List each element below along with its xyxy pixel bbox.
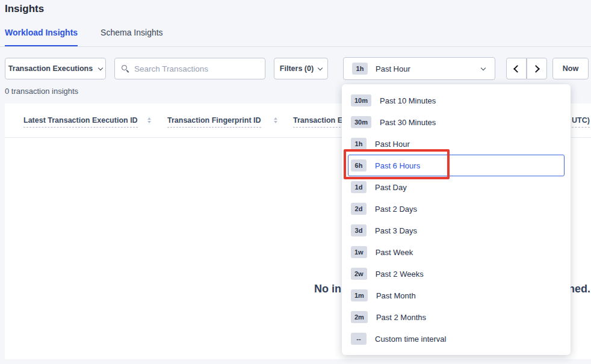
- column-header-latest-transaction-execution-id[interactable]: Latest Transaction Execution ID: [23, 116, 138, 128]
- chevron-right-icon: [532, 65, 540, 73]
- time-badge: 2w: [351, 268, 367, 280]
- time-option-past-2-weeks[interactable]: 2w Past 2 Weeks: [348, 263, 565, 285]
- chevron-left-icon: [513, 65, 521, 73]
- chevron-down-icon: [481, 65, 486, 70]
- insights-count: 0 transaction insights: [5, 87, 78, 96]
- empty-state-text-right: ned.: [568, 283, 590, 295]
- tab-workload-insights[interactable]: Workload Insights: [5, 28, 78, 46]
- search-box[interactable]: [114, 58, 265, 79]
- time-option-past-2-months[interactable]: 2m Past 2 Months: [348, 306, 565, 328]
- time-badge: 1d: [351, 181, 367, 193]
- time-option-past-2-days[interactable]: 2d Past 2 Days: [348, 198, 565, 220]
- chevron-down-icon: [98, 65, 103, 70]
- empty-state-text-left: No in: [314, 283, 341, 295]
- tab-divider: [0, 46, 591, 47]
- time-badge: 6h: [351, 159, 367, 171]
- page-title: Insights: [5, 3, 44, 15]
- time-option-past-10-minutes[interactable]: 10m Past 10 Minutes: [348, 90, 565, 111]
- now-button[interactable]: Now: [552, 58, 589, 79]
- time-badge: 1m: [351, 289, 368, 301]
- time-picker-label: Past Hour: [376, 64, 410, 73]
- time-badge: --: [351, 333, 367, 345]
- time-badge: 30m: [351, 116, 371, 128]
- column-header-transaction-execution[interactable]: Transaction Ex: [293, 116, 347, 128]
- time-interval-picker[interactable]: 1h Past Hour: [343, 57, 495, 80]
- sort-icon[interactable]: [147, 117, 151, 123]
- insights-page: Insights Workload Insights Schema Insigh…: [0, 0, 591, 364]
- next-interval-button[interactable]: [527, 58, 547, 79]
- time-badge: 10m: [351, 94, 371, 106]
- execution-type-dropdown[interactable]: Transaction Executions: [5, 58, 106, 79]
- time-option-past-month[interactable]: 1m Past Month: [348, 285, 565, 306]
- time-option-past-hour[interactable]: 1h Past Hour: [348, 133, 565, 155]
- sort-icon[interactable]: [274, 117, 277, 123]
- column-header-transaction-fingerprint-id[interactable]: Transaction Fingerprint ID: [167, 116, 261, 128]
- search-icon: [121, 64, 129, 73]
- tab-schema-insights[interactable]: Schema Insights: [101, 28, 163, 46]
- filters-label: Filters (0): [280, 64, 314, 73]
- time-interval-dropdown-menu: 10m Past 10 Minutes 30m Past 30 Minutes …: [342, 84, 571, 355]
- filters-dropdown[interactable]: Filters (0): [274, 58, 328, 79]
- column-header-utc: UTC): [572, 116, 590, 128]
- search-input[interactable]: [134, 64, 259, 73]
- execution-type-label: Transaction Executions: [8, 64, 93, 73]
- time-badge: 1w: [351, 246, 367, 258]
- tab-bar: Workload Insights Schema Insights: [5, 28, 163, 46]
- time-picker-badge: 1h: [352, 63, 368, 75]
- time-option-past-week[interactable]: 1w Past Week: [348, 241, 565, 263]
- time-option-past-6-hours[interactable]: 6h Past 6 Hours: [348, 155, 565, 176]
- time-badge: 1h: [351, 138, 367, 150]
- time-option-past-day[interactable]: 1d Past Day: [348, 176, 565, 198]
- time-option-past-30-minutes[interactable]: 30m Past 30 Minutes: [348, 111, 565, 133]
- chevron-down-icon: [318, 65, 323, 70]
- time-badge: 2m: [351, 311, 368, 323]
- time-badge: 3d: [351, 224, 367, 236]
- time-option-custom-interval[interactable]: -- Custom time interval: [348, 328, 565, 350]
- time-badge: 2d: [351, 203, 367, 215]
- previous-interval-button[interactable]: [506, 58, 527, 79]
- time-option-past-3-days[interactable]: 3d Past 3 Days: [348, 220, 565, 241]
- time-pager: [506, 58, 547, 79]
